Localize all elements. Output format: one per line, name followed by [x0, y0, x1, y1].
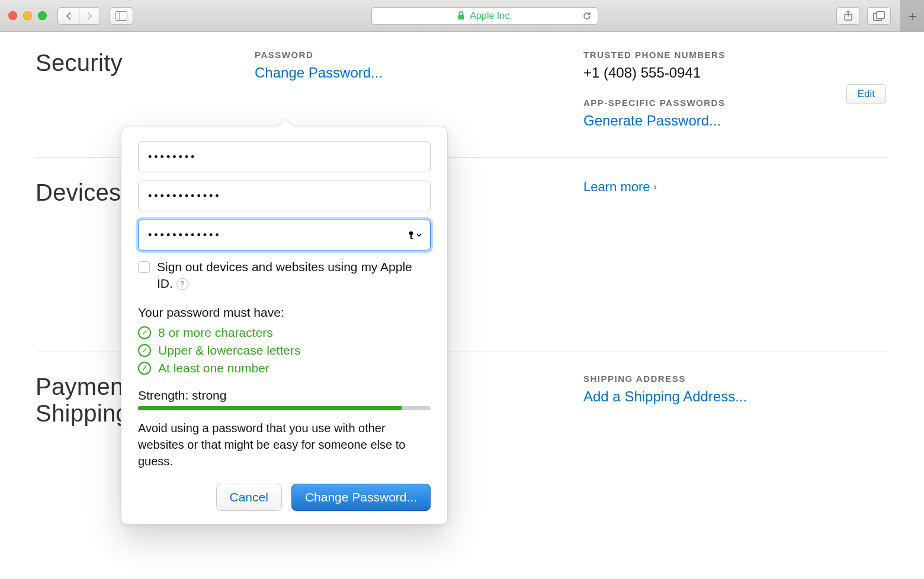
forward-button[interactable]	[79, 7, 100, 25]
change-password-popover: •••••••• •••••••••••• •••••••••••• Sign …	[121, 127, 448, 525]
password-mask: ••••••••••••	[148, 190, 222, 202]
password-label: PASSWORD	[255, 50, 560, 60]
signout-devices-label: Sign out devices and websites using my A…	[157, 259, 431, 292]
strength-label: Strength: strong	[138, 388, 431, 403]
requirement-item: ✓ Upper & lowercase letters	[138, 343, 431, 358]
security-title: Security	[36, 50, 231, 129]
check-icon: ✓	[138, 344, 151, 357]
shipping-address-label: SHIPPING ADDRESS	[583, 374, 888, 384]
svg-rect-0	[116, 11, 127, 20]
address-bar-text: Apple Inc.	[470, 11, 512, 21]
requirement-text: At least one number	[158, 361, 270, 375]
svg-rect-9	[410, 238, 413, 239]
security-section: Security PASSWORD Change Password... TRU…	[36, 50, 888, 129]
traffic-lights	[8, 11, 47, 20]
learn-more-text: Learn more	[583, 179, 650, 195]
requirement-text: Upper & lowercase letters	[158, 343, 300, 358]
signout-devices-checkbox[interactable]	[138, 261, 150, 273]
app-specific-label: APP-SPECIFIC PASSWORDS	[583, 98, 888, 108]
check-icon: ✓	[138, 326, 151, 339]
svg-rect-2	[458, 15, 464, 20]
browser-titlebar: Apple Inc. ＋	[0, 0, 924, 32]
current-password-input[interactable]: ••••••••	[138, 141, 431, 172]
requirements-list: ✓ 8 or more characters ✓ Upper & lowerca…	[138, 326, 431, 375]
share-button[interactable]	[836, 7, 860, 25]
strength-meter	[138, 406, 431, 410]
requirements-title: Your password must have:	[138, 305, 431, 320]
trusted-phone-value: +1 (408) 555-0941	[583, 65, 888, 81]
address-bar[interactable]: Apple Inc.	[371, 7, 599, 25]
zoom-window-button[interactable]	[38, 11, 47, 20]
signout-text: Sign out devices and websites using my A…	[157, 260, 412, 290]
sidebar-toggle-button[interactable]	[110, 7, 133, 25]
password-autofill-icon[interactable]	[407, 230, 422, 240]
back-button[interactable]	[57, 7, 79, 25]
new-tab-button[interactable]: ＋	[900, 0, 924, 32]
change-password-submit-button[interactable]: Change Password...	[291, 484, 431, 511]
close-window-button[interactable]	[8, 11, 17, 20]
nav-back-forward	[57, 7, 100, 25]
requirement-item: ✓ 8 or more characters	[138, 326, 431, 340]
new-password-input[interactable]: ••••••••••••	[138, 181, 431, 211]
lock-icon	[457, 11, 465, 20]
generate-password-link[interactable]: Generate Password...	[583, 112, 888, 129]
help-icon[interactable]: ?	[177, 278, 188, 290]
confirm-password-input[interactable]: ••••••••••••	[138, 220, 431, 250]
strength-meter-fill	[138, 406, 402, 410]
edit-button[interactable]: Edit	[846, 84, 886, 104]
svg-rect-6	[877, 11, 885, 18]
change-password-link[interactable]: Change Password...	[255, 65, 560, 81]
trusted-phone-label: TRUSTED PHONE NUMBERS	[583, 50, 888, 60]
reload-button[interactable]	[582, 11, 592, 21]
chevron-right-icon: ›	[654, 182, 657, 192]
password-mask: ••••••••••••	[148, 229, 222, 242]
requirement-text: 8 or more characters	[158, 326, 273, 340]
add-shipping-address-link[interactable]: Add a Shipping Address...	[583, 388, 888, 405]
password-mask: ••••••••	[148, 151, 197, 163]
tabs-overview-button[interactable]	[867, 7, 891, 25]
requirement-item: ✓ At least one number	[138, 361, 431, 375]
password-advice: Avoid using a password that you use with…	[138, 420, 431, 469]
cancel-button[interactable]: Cancel	[216, 484, 282, 511]
minimize-window-button[interactable]	[23, 11, 32, 20]
check-icon: ✓	[138, 362, 151, 375]
devices-learn-more-link[interactable]: Learn more ›	[583, 179, 657, 195]
